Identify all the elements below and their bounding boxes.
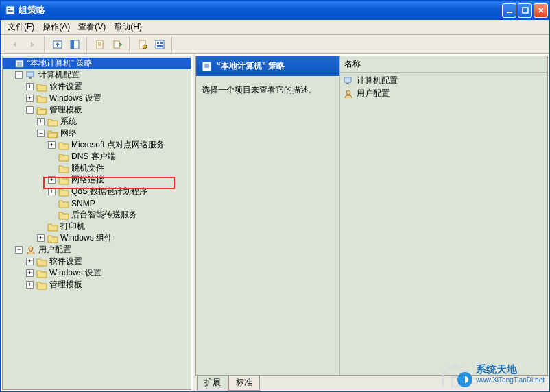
folder-icon <box>58 152 69 162</box>
svg-rect-7 <box>71 40 74 49</box>
svg-rect-20 <box>203 62 211 71</box>
svg-point-11 <box>143 45 147 49</box>
details-header: “本地计算机” 策略 <box>196 56 339 76</box>
tab-extended[interactable]: 扩展 <box>197 375 228 391</box>
svg-rect-1 <box>8 8 10 9</box>
folder-icon <box>58 175 69 185</box>
tree-root-label: “本地计算机” 策略 <box>27 58 93 69</box>
tree-root[interactable]: “本地计算机” 策略 <box>3 58 191 69</box>
list-item-computer[interactable]: 计算机配置 <box>340 74 547 87</box>
watermark: 系统天地 www.XiTongTianDi.net <box>439 359 545 388</box>
policy-icon <box>202 61 213 72</box>
description-text: 选择一个项目来查看它的描述。 <box>196 76 339 104</box>
folder-icon <box>58 140 69 150</box>
user-icon <box>25 245 36 255</box>
user-icon <box>343 89 354 99</box>
tree-ms-p2p[interactable]: +Microsoft 点对点网络服务 <box>47 139 191 151</box>
folder-icon <box>36 257 47 267</box>
tree-dns-client[interactable]: DNS 客户端 <box>47 151 191 162</box>
app-icon <box>5 5 16 16</box>
svg-point-23 <box>346 90 350 95</box>
tree-offline-files[interactable]: 脱机文件 <box>47 162 191 174</box>
svg-point-19 <box>29 247 33 251</box>
watermark-logo-icon <box>439 359 472 388</box>
menu-view[interactable]: 查看(V) <box>74 20 110 34</box>
tree-windows-settings[interactable]: +Windows 设置 <box>25 93 191 104</box>
svg-rect-9 <box>114 41 119 48</box>
menu-help[interactable]: 帮助(H) <box>110 20 146 34</box>
folder-icon <box>47 222 58 232</box>
computer-icon <box>343 76 354 86</box>
tree-uc-admin[interactable]: +管理模板 <box>25 279 191 291</box>
details-pane: “本地计算机” 策略 选择一个项目来查看它的描述。 名称 计算机配置 <box>195 56 548 390</box>
toolbar <box>1 35 549 54</box>
watermark-url: www.XiTongTianDi.net <box>476 376 545 384</box>
folder-icon <box>36 94 47 103</box>
tree-pane[interactable]: “本地计算机” 策略 − 计算机配置 +软件设置 +Windows 设置 <box>2 56 191 390</box>
folder-icon <box>36 280 47 290</box>
titlebar[interactable]: 组策略 <box>1 1 549 20</box>
template-button[interactable] <box>152 37 167 52</box>
svg-rect-4 <box>523 8 528 13</box>
app-window: 组策略 文件(F) 操作(A) 查看(V) 帮助(H) <box>0 0 550 392</box>
svg-rect-15 <box>157 45 163 47</box>
computer-icon <box>25 71 36 80</box>
folder-icon <box>47 234 58 243</box>
menu-file[interactable]: 文件(F) <box>3 20 38 34</box>
tree-software-settings[interactable]: +软件设置 <box>25 81 191 93</box>
folder-open-icon <box>36 106 47 115</box>
svg-rect-22 <box>346 83 349 84</box>
policy-icon <box>14 59 25 69</box>
tab-standard[interactable]: 标准 <box>228 375 260 391</box>
details-header-text: “本地计算机” 策略 <box>217 60 285 72</box>
watermark-text: 系统天地 <box>476 363 517 375</box>
tree-user-config[interactable]: −用户配置 <box>14 244 191 256</box>
tree-computer-config[interactable]: − 计算机配置 <box>14 69 191 81</box>
tree-uc-windows[interactable]: +Windows 设置 <box>25 267 191 279</box>
svg-rect-18 <box>29 77 32 79</box>
menu-bar: 文件(F) 操作(A) 查看(V) 帮助(H) <box>1 20 549 35</box>
tree-network-connections[interactable]: +网络连接 <box>47 174 191 186</box>
folder-icon <box>58 187 69 197</box>
folder-icon <box>58 199 69 208</box>
filter-button[interactable] <box>135 37 150 52</box>
minimize-button[interactable] <box>502 3 516 18</box>
list-header: 名称 <box>340 56 547 73</box>
tree-windows-components[interactable]: +Windows 组件 <box>36 232 191 244</box>
tree-uc-software[interactable]: +软件设置 <box>25 256 191 267</box>
tree-bits[interactable]: 后台智能传送服务 <box>47 209 191 221</box>
folder-icon <box>58 210 69 220</box>
col-name[interactable]: 名称 <box>340 56 547 72</box>
svg-rect-14 <box>160 42 163 44</box>
up-button[interactable] <box>50 37 65 52</box>
tree-system[interactable]: +系统 <box>36 116 191 127</box>
show-hide-tree-button[interactable] <box>67 37 82 52</box>
svg-rect-17 <box>27 72 34 77</box>
svg-rect-21 <box>344 77 351 82</box>
svg-rect-8 <box>97 40 103 49</box>
folder-open-icon <box>47 129 58 138</box>
forward-button <box>25 37 40 52</box>
tree-printers[interactable]: 打印机 <box>36 221 191 232</box>
list-item-user[interactable]: 用户配置 <box>340 87 547 100</box>
menu-action[interactable]: 操作(A) <box>38 20 74 34</box>
tree-snmp[interactable]: SNMP <box>47 197 191 209</box>
back-button <box>8 37 23 52</box>
folder-icon <box>47 117 58 127</box>
properties-button[interactable] <box>93 37 108 52</box>
folder-icon <box>36 82 47 92</box>
tree-network[interactable]: −网络 <box>36 127 191 139</box>
svg-rect-12 <box>156 40 164 49</box>
folder-icon <box>58 164 69 173</box>
close-button[interactable] <box>534 3 548 18</box>
tree-admin-templates[interactable]: −管理模板 <box>25 104 191 116</box>
window-title: 组策略 <box>19 4 502 16</box>
svg-rect-2 <box>8 10 13 12</box>
svg-rect-3 <box>507 12 512 13</box>
tree-qos[interactable]: +QoS 数据包计划程序 <box>47 186 191 197</box>
main-area: “本地计算机” 策略 − 计算机配置 +软件设置 +Windows 设置 <box>1 54 549 391</box>
export-button[interactable] <box>110 37 125 52</box>
maximize-button[interactable] <box>518 3 532 18</box>
folder-icon <box>36 269 47 278</box>
svg-rect-13 <box>157 42 159 44</box>
